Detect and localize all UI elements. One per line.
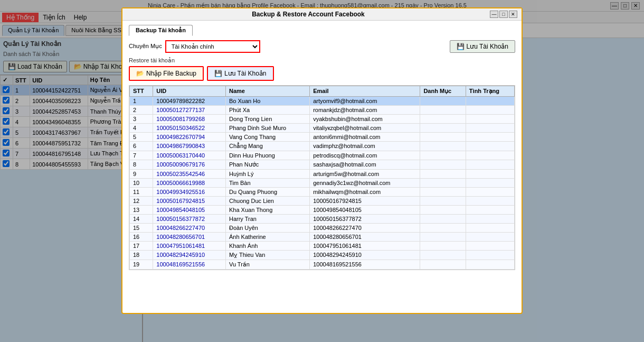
modal-row-danhmuc — [420, 260, 466, 269]
modal-row-name: Chẳng Mang — [225, 141, 309, 151]
modal-row-danhmuc — [420, 151, 466, 160]
modal-row-uid: 100048169521556 — [153, 260, 226, 269]
modal-row-email: artyomvif9@hotmail.com — [310, 96, 420, 105]
modal-controls: — □ ✕ — [490, 11, 517, 18]
modal-table-row[interactable]: 3 100050081799268 Dong Trong Lien vyakbs… — [130, 114, 515, 123]
modal-row-uid: 100050081799268 — [153, 114, 226, 123]
modal-row-uid: 100050090679176 — [153, 160, 226, 169]
modal-row-tinhtrang — [466, 132, 514, 141]
modal-table-row[interactable]: 16 100048280656701 Ánh Katherine 1000482… — [130, 232, 515, 241]
modal-row-tinhtrang — [466, 241, 514, 250]
modal-table-row[interactable]: 8 100050090679176 Phan Nước sashaxjsa@ho… — [130, 160, 515, 169]
modal-title: Backup & Restore Account Facebook — [127, 11, 490, 18]
modal-row-uid: 100049854048105 — [153, 205, 226, 214]
modal-row-stt: 11 — [130, 187, 153, 196]
modal-row-tinhtrang — [466, 214, 514, 223]
modal-table-row[interactable]: 4 100050150346522 Phang Dinh Sué Muro vi… — [130, 123, 515, 132]
modal-row-danhmuc — [420, 178, 466, 187]
modal-row-tinhtrang — [466, 169, 514, 178]
category-label: Chuyên Mục — [129, 43, 162, 50]
modal-save-top-button[interactable]: 💾 Lưu Tài Khoản — [450, 40, 516, 53]
modal-row-name: Mỵ Thieu Van — [225, 250, 309, 260]
modal-row-name: Ánh Katherine — [225, 232, 309, 241]
modal-row-email: 100048280656701 — [310, 232, 420, 241]
modal-row-danhmuc — [420, 169, 466, 178]
modal-row-tinhtrang — [466, 223, 514, 232]
modal-row-uid: 100050167924815 — [153, 196, 226, 205]
luu-taikhoan-button[interactable]: 💾 Lưu Tài Khoản — [207, 66, 274, 81]
modal-row-danhmuc — [420, 96, 466, 105]
category-select[interactable]: Tài Khoản chính Tài Khoản phụ — [165, 40, 260, 53]
modal-row-email: 100049854048105 — [310, 205, 420, 214]
modal-row-email: gennadiy3c1wz@hotmail.com — [310, 178, 420, 187]
modal-row-stt: 9 — [130, 169, 153, 178]
modal-titlebar: Backup & Restore Account Facebook — □ ✕ — [122, 8, 522, 21]
modal-row-stt: 1 — [130, 96, 153, 105]
modal-row-uid: 100050127277137 — [153, 105, 226, 114]
modal-table-row[interactable]: 17 100047951061481 Khanh Ánh 10004795106… — [130, 241, 515, 250]
modal-row-stt: 4 — [130, 123, 153, 132]
modal-row-stt: 16 — [130, 232, 153, 241]
modal-row-name: Phan Nước — [225, 160, 309, 169]
modal-row-stt: 15 — [130, 223, 153, 232]
modal-tab-backup[interactable]: Backup Tài khoản — [129, 25, 193, 36]
modal-row-name: Tim Bàn — [225, 178, 309, 187]
modal-table-row[interactable]: 10 100050066619988 Tim Bàn gennadiy3c1wz… — [130, 178, 515, 187]
modal-row-tinhtrang — [466, 141, 514, 151]
modal-row-tinhtrang — [466, 250, 514, 260]
modal-row-name: Phút Xa — [225, 105, 309, 114]
modal-table-row[interactable]: 1 100049789822282 Bo Xuan Ho artyomvif9@… — [130, 96, 515, 105]
modal-row-danhmuc — [420, 205, 466, 214]
modal-table-row[interactable]: 18 100048294245910 Mỵ Thieu Van 10004829… — [130, 250, 515, 260]
modal-row-danhmuc — [420, 214, 466, 223]
modal-row-danhmuc — [420, 123, 466, 132]
modal-row-email: sashaxjsa@hotmail.com — [310, 160, 420, 169]
modal-row-name: Chuong Duc Lien — [225, 196, 309, 205]
modal-row-tinhtrang — [466, 178, 514, 187]
modal-row-tinhtrang — [466, 123, 514, 132]
modal-row-email: arturigm5w@hotmail.com — [310, 169, 420, 178]
modal-row-email: 100050156377872 — [310, 214, 420, 223]
modal-overlay: Backup & Restore Account Facebook — □ ✕ … — [0, 0, 644, 342]
save-luu-icon: 💾 — [214, 70, 222, 77]
modal-row-name: Đoàn Uyên — [225, 223, 309, 232]
modal-row-uid: 100048294245910 — [153, 250, 226, 260]
backup-restore-modal: Backup & Restore Account Facebook — □ ✕ … — [121, 7, 523, 314]
modal-table-row[interactable]: 15 100048266227470 Đoàn Uyên 10004826622… — [130, 223, 515, 232]
modal-table-row[interactable]: 9 100050235542546 Huỳnh Lý arturigm5w@ho… — [130, 169, 515, 178]
modal-table-row[interactable]: 13 100049854048105 Kha Xuan Thong 100049… — [130, 205, 515, 214]
modal-row-stt: 14 — [130, 214, 153, 223]
modal-row-uid: 100050066619988 — [153, 178, 226, 187]
modal-row-email: 100048266227470 — [310, 223, 420, 232]
modal-close-button[interactable]: ✕ — [509, 11, 517, 18]
modal-table-row[interactable]: 11 100049934925516 Du Quang Phuong mikha… — [130, 187, 515, 196]
modal-table-row[interactable]: 7 100050063170440 Dinn Huu Phuong petrod… — [130, 151, 515, 160]
modal-row-danhmuc — [420, 223, 466, 232]
modal-row-danhmuc — [420, 160, 466, 169]
modal-row-danhmuc — [420, 105, 466, 114]
modal-table-row[interactable]: 2 100050127277137 Phút Xa romankjdz@hotm… — [130, 105, 515, 114]
modal-table-row[interactable]: 6 100049867990843 Chẳng Mang vadimphz@ho… — [130, 141, 515, 151]
modal-row-danhmuc — [420, 250, 466, 260]
modal-row-tinhtrang — [466, 151, 514, 160]
modal-row-uid: 100048266227470 — [153, 223, 226, 232]
modal-minimize-button[interactable]: — — [490, 11, 498, 18]
modal-col-uid: UID — [153, 86, 226, 96]
modal-row-danhmuc — [420, 141, 466, 151]
modal-table-row[interactable]: 12 100050167924815 Chuong Duc Lien 10005… — [130, 196, 515, 205]
modal-row-danhmuc — [420, 187, 466, 196]
modal-row-name: Khanh Ánh — [225, 241, 309, 250]
modal-row-stt: 19 — [130, 260, 153, 269]
modal-table-row[interactable]: 5 100049822670794 Vang Cong Thang antoni… — [130, 132, 515, 141]
modal-table-row[interactable]: 14 100050156377872 Harry Tran 1000501563… — [130, 214, 515, 223]
modal-table-row[interactable]: 19 100048169521556 Vu Trần 1000481695215… — [130, 260, 515, 269]
modal-row-danhmuc — [420, 114, 466, 123]
modal-row-uid: 100048280656701 — [153, 232, 226, 241]
modal-row-name: Kha Xuan Thong — [225, 205, 309, 214]
modal-row-tinhtrang — [466, 160, 514, 169]
modal-col-email: Email — [310, 86, 420, 96]
modal-row-danhmuc — [420, 232, 466, 241]
modal-col-danhmuc: Danh Mục — [420, 86, 466, 96]
import-backup-button[interactable]: 📂 Nhập File Backup — [129, 66, 204, 81]
modal-maximize-button[interactable]: □ — [499, 11, 508, 18]
